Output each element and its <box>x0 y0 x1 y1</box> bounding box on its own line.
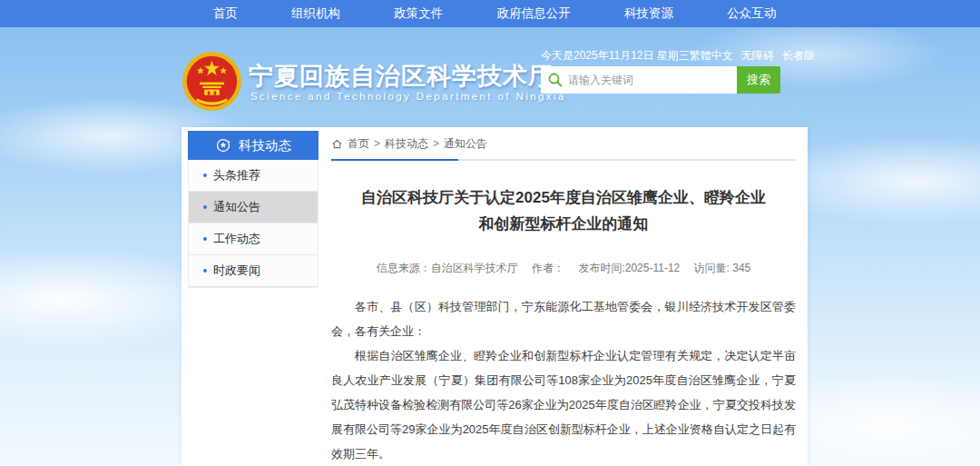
nav-item-public-interaction[interactable]: 公众互动 <box>727 5 776 22</box>
bullet-dot-icon <box>203 174 207 177</box>
meta-view-count: 访问量: 345 <box>694 262 751 274</box>
article-title-line2: 和创新型标杆企业的通知 <box>331 211 796 237</box>
nav-item-policy-documents[interactable]: 政策文件 <box>394 5 443 22</box>
meta-author: 作者： <box>532 262 564 274</box>
breadcrumb-current-notices: 通知公告 <box>444 136 487 152</box>
article-body: 各市、县（区）科技管理部门，宁东能源化工基地管委会，银川经济技术开发区管委会，各… <box>331 294 796 466</box>
national-emblem-logo <box>181 51 242 112</box>
current-date-text: 今天是2025年11月12日 星期三 <box>541 48 690 64</box>
bullet-dot-icon <box>203 269 207 273</box>
sidebar-item-notices[interactable]: 通知公告 <box>189 192 318 223</box>
main-content-panel: 科技动态 头条推荐 通知公告 工作动态 时政要闻 <box>181 127 808 466</box>
site-subtitle-english: Science and Technology Department of Nin… <box>250 91 566 102</box>
search-bar: 搜索 <box>541 66 780 94</box>
search-input[interactable] <box>568 66 733 94</box>
link-elderly-version[interactable]: 长者版 <box>782 48 815 64</box>
meta-publish-date: 发布时间:2025-11-12 <box>578 262 680 274</box>
article-title-line1: 自治区科技厅关于认定2025年度自治区雏鹰企业、瞪羚企业 <box>331 184 796 211</box>
link-traditional-chinese[interactable]: 繁體中文 <box>690 48 733 64</box>
meta-source: 信息来源：自治区科学技术厅 <box>377 262 518 274</box>
article-title: 自治区科技厅关于认定2025年度自治区雏鹰企业、瞪羚企业 和创新型标杆企业的通知 <box>331 184 796 237</box>
article-area: 首页 > 科技动态 > 通知公告 自治区科技厅关于认定2025年度自治区雏鹰企业… <box>331 133 796 466</box>
sidebar: 科技动态 头条推荐 通知公告 工作动态 时政要闻 <box>188 131 318 288</box>
sidebar-item-work-news[interactable]: 工作动态 <box>189 223 318 255</box>
link-accessibility[interactable]: 无障碍 <box>741 48 774 64</box>
sidebar-item-headlines[interactable]: 头条推荐 <box>189 160 318 192</box>
nav-item-gov-info-disclosure[interactable]: 政府信息公开 <box>497 5 571 22</box>
sidebar-item-label: 时政要闻 <box>213 263 260 279</box>
article-paragraph: 各市、县（区）科技管理部门，宁东能源化工基地管委会，银川经济技术开发区管委会，各… <box>331 294 796 343</box>
bullet-dot-icon <box>203 237 207 241</box>
breadcrumb-tech-news[interactable]: 科技动态 <box>385 136 428 152</box>
news-star-circle-icon <box>215 137 231 154</box>
nav-item-tech-resources[interactable]: 科技资源 <box>624 5 673 22</box>
site-title: 宁夏回族自治区科学技术厅 <box>249 60 554 93</box>
search-button[interactable]: 搜索 <box>737 66 780 94</box>
sidebar-item-label: 工作动态 <box>213 231 260 247</box>
breadcrumb-separator: > <box>433 137 439 150</box>
sidebar-title-tech-news[interactable]: 科技动态 <box>188 131 318 160</box>
article-paragraph: 根据自治区雏鹰企业、瞪羚企业和创新型标杆企业认定管理有关规定，决定认定半亩良人农… <box>331 343 796 466</box>
home-icon <box>331 138 343 150</box>
nav-item-organization[interactable]: 组织机构 <box>291 5 340 22</box>
sidebar-item-label: 头条推荐 <box>213 167 260 183</box>
search-icon <box>548 73 563 87</box>
sidebar-menu: 头条推荐 通知公告 工作动态 时政要闻 <box>188 160 318 288</box>
sidebar-item-label: 通知公告 <box>213 199 260 215</box>
breadcrumb-divider <box>331 159 796 161</box>
top-navigation-bar: 首页 组织机构 政策文件 政府信息公开 科技资源 公众互动 <box>0 0 980 27</box>
article-meta: 信息来源：自治区科学技术厅 作者： 发布时间:2025-11-12 访问量: 3… <box>331 261 796 276</box>
breadcrumb-home[interactable]: 首页 <box>348 136 369 152</box>
nav-item-home[interactable]: 首页 <box>213 5 238 22</box>
sidebar-item-politics-news[interactable]: 时政要闻 <box>189 255 318 287</box>
page: 首页 组织机构 政策文件 政府信息公开 科技资源 公众互动 宁夏回族自治区科学技… <box>0 0 980 466</box>
breadcrumb: 首页 > 科技动态 > 通知公告 <box>331 133 796 154</box>
sidebar-title-label: 科技动态 <box>239 137 291 154</box>
bullet-dot-icon <box>203 205 207 209</box>
breadcrumb-separator: > <box>374 137 380 150</box>
site-header: 宁夏回族自治区科学技术厅 Science and Technology Depa… <box>0 27 980 127</box>
